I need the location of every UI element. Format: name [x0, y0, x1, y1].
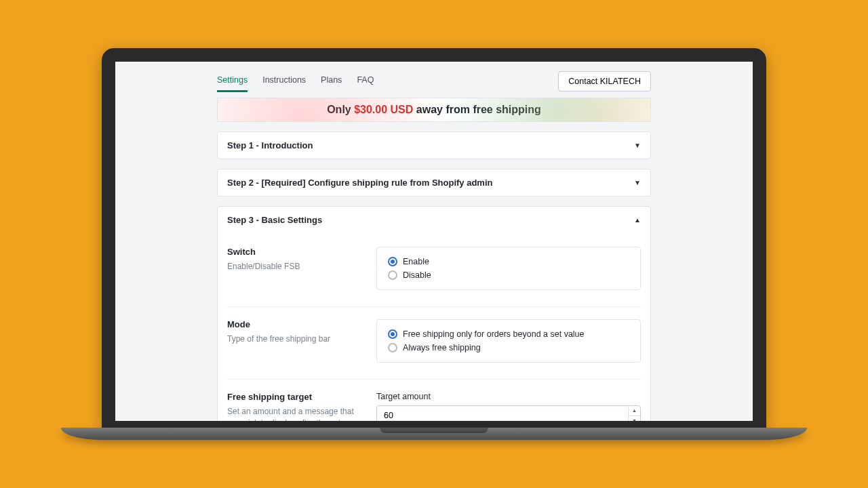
- free-shipping-banner: Only $30.00 USD away from free shipping: [217, 98, 651, 122]
- radio-enable-label: Enable: [403, 257, 429, 266]
- banner-suffix: away from free shipping: [413, 104, 540, 115]
- switch-row: Switch Enable/Disable FSB Enable: [227, 244, 641, 307]
- step-3-title: Step 3 - Basic Settings: [227, 215, 322, 225]
- step-2-header[interactable]: Step 2 - [Required] Configure shipping r…: [217, 169, 651, 197]
- switch-title: Switch: [227, 247, 363, 257]
- tab-settings[interactable]: Settings: [217, 70, 248, 92]
- chevron-down-icon: ▼: [634, 179, 641, 186]
- chevron-down-icon: ▼: [634, 142, 641, 149]
- target-row: Free shipping target Set an amount and a…: [227, 380, 641, 421]
- tab-plans[interactable]: Plans: [321, 70, 342, 92]
- step-2-title: Step 2 - [Required] Configure shipping r…: [227, 178, 492, 188]
- contact-button[interactable]: Contact KILATECH: [558, 71, 651, 92]
- radio-icon: [388, 329, 397, 339]
- number-spinner: ▲ ▼: [628, 406, 640, 421]
- banner-amount: $30.00 USD: [354, 104, 413, 115]
- laptop-base: [61, 428, 807, 440]
- mode-row: Mode Type of the free shipping bar Free …: [227, 307, 641, 380]
- radio-mode-beyond-label: Free shipping only for orders beyond a s…: [403, 329, 585, 339]
- banner-prefix: Only: [327, 104, 354, 115]
- radio-icon: [388, 270, 397, 280]
- target-card: Target amount ▲ ▼ Initial message: [376, 392, 641, 421]
- radio-icon: [388, 343, 397, 352]
- radio-icon: [388, 257, 397, 266]
- topbar: Settings Instructions Plans FAQ Contact …: [217, 66, 651, 92]
- step-1-title: Step 1 - Introduction: [227, 140, 313, 150]
- spinner-up[interactable]: ▲: [629, 406, 640, 416]
- radio-mode-always[interactable]: Always free shipping: [388, 343, 629, 352]
- radio-disable-label: Disable: [403, 270, 431, 280]
- target-title: Free shipping target: [227, 392, 363, 402]
- radio-disable[interactable]: Disable: [388, 270, 629, 280]
- switch-card: Enable Disable: [376, 247, 641, 290]
- mode-card: Free shipping only for orders beyond a s…: [376, 319, 641, 363]
- bezel: Settings Instructions Plans FAQ Contact …: [102, 48, 766, 428]
- tab-instructions[interactable]: Instructions: [262, 70, 306, 92]
- step-1-header[interactable]: Step 1 - Introduction ▼: [217, 131, 651, 159]
- step-3-header[interactable]: Step 3 - Basic Settings ▲: [217, 206, 651, 233]
- target-desc: Set an amount and a message that you wis…: [227, 406, 363, 421]
- tabs: Settings Instructions Plans FAQ: [217, 70, 374, 92]
- app: Settings Instructions Plans FAQ Contact …: [115, 62, 753, 421]
- radio-mode-beyond[interactable]: Free shipping only for orders beyond a s…: [388, 329, 629, 339]
- laptop-mockup: Settings Instructions Plans FAQ Contact …: [102, 48, 766, 440]
- target-amount-label: Target amount: [376, 392, 641, 401]
- mode-desc: Type of the free shipping bar: [227, 333, 363, 345]
- switch-desc: Enable/Disable FSB: [227, 261, 363, 272]
- chevron-up-icon: ▲: [634, 216, 641, 224]
- radio-enable[interactable]: Enable: [388, 257, 629, 266]
- target-amount-input[interactable]: [376, 405, 641, 421]
- radio-mode-always-label: Always free shipping: [403, 343, 481, 352]
- mode-title: Mode: [227, 319, 363, 329]
- step-3-panel: Switch Enable/Disable FSB Enable: [217, 233, 651, 421]
- tab-faq[interactable]: FAQ: [357, 70, 374, 92]
- screen: Settings Instructions Plans FAQ Contact …: [115, 62, 753, 421]
- laptop-notch: [380, 428, 488, 433]
- spinner-down[interactable]: ▼: [629, 416, 640, 422]
